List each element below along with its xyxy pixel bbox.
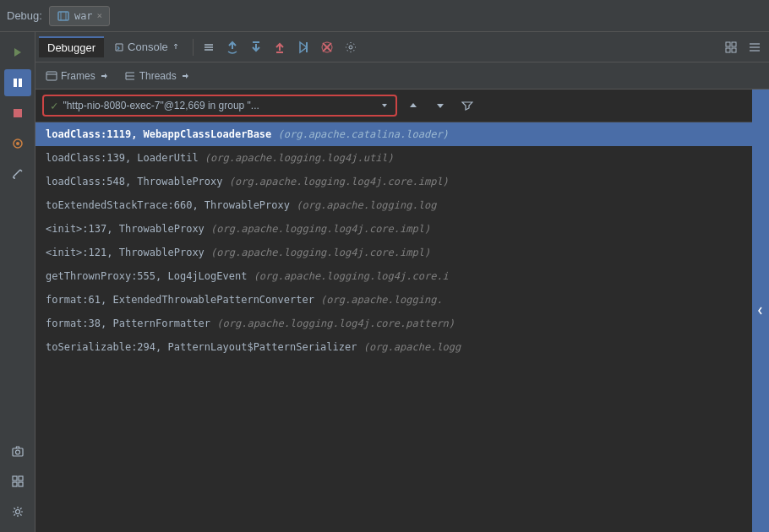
toolbar-row1: Debugger Console (35, 32, 769, 62)
toolbar-separator (193, 39, 194, 56)
filter-btn[interactable] (456, 95, 478, 117)
svg-point-28 (349, 46, 352, 49)
svg-line-8 (14, 170, 20, 176)
frame-class: (org.apache.logging.log4j.core.impl) (229, 176, 449, 187)
frame-item-2[interactable]: loadClass:139, LoaderUtil (org.apache.lo… (35, 146, 752, 170)
frames-btn[interactable]: Frames (39, 68, 114, 84)
step-over-btn[interactable] (221, 36, 243, 58)
pause-button[interactable] (4, 69, 31, 96)
frame-class: (org.apache.logging.log4j.core.pattern) (216, 318, 455, 329)
frame-method: <init>:121, ThrowableProxy (46, 247, 210, 258)
frame-class: (org.apache.logging. (320, 294, 443, 306)
frame-method: toExtendedStackTrace:660, ThrowableProxy (46, 199, 296, 211)
svg-rect-16 (13, 482, 17, 486)
frame-class: (org.apache.logging.log4j.util) (205, 152, 394, 164)
settings-button[interactable] (4, 498, 31, 525)
svg-rect-12 (13, 448, 23, 456)
svg-rect-29 (726, 42, 730, 46)
step-out-btn[interactable] (269, 36, 291, 58)
threads-arrow-icon (180, 72, 188, 80)
frame-method: toSerializable:294, PatternLayout$Patter… (46, 341, 363, 353)
war-tab-label: war (74, 10, 93, 22)
frame-item-3[interactable]: loadClass:548, ThrowableProxy (org.apach… (35, 170, 752, 193)
frame-method: loadClass:139, LoaderUtil (46, 152, 205, 164)
tab-console[interactable]: Console (106, 37, 188, 57)
frame-method: format:61, ExtendedThrowablePatternConve… (46, 294, 320, 306)
pin-icon (172, 43, 180, 52)
frame-class: (org.apache.logging.log4j.core.i (254, 270, 449, 282)
svg-line-9 (20, 170, 22, 171)
top-bar: Debug: war × (0, 0, 769, 32)
console-icon (114, 42, 124, 52)
thread-selector[interactable]: ✓ "http-nio-8080-exec-7"@12,669 in group… (42, 95, 397, 117)
thread-name: "http-nio-8080-exec-7"@12,669 in group "… (63, 100, 259, 111)
frame-item-7[interactable]: getThrownProxy:555, Log4jLogEvent (org.a… (35, 264, 752, 288)
step-into-btn[interactable] (245, 36, 267, 58)
frame-item-4[interactable]: toExtendedStackTrace:660, ThrowableProxy… (35, 193, 752, 217)
settings-icon-btn[interactable] (340, 36, 362, 58)
frames-list[interactable]: loadClass:1119, WebappClassLoaderBase (o… (35, 122, 752, 532)
threads-label: Threads (139, 70, 177, 82)
frame-class: (org.apache.logg (363, 341, 461, 353)
threads-btn[interactable]: Threads (117, 68, 195, 84)
svg-rect-5 (14, 109, 22, 117)
frame-method: loadClass:548, ThrowableProxy (46, 176, 229, 187)
mute-button[interactable] (4, 130, 31, 157)
thread-up-btn[interactable] (402, 95, 424, 117)
frame-item-10[interactable]: toSerializable:294, PatternLayout$Patter… (35, 335, 752, 359)
frame-class: (org.apache.logging.log4j.core.impl) (210, 223, 430, 235)
svg-point-7 (16, 142, 19, 145)
edit-button[interactable] (4, 160, 31, 187)
frames-label: Frames (61, 70, 95, 82)
svg-rect-3 (14, 79, 17, 87)
frame-method: <init>:137, ThrowableProxy (46, 223, 210, 235)
frame-method: getThrownProxy:555, Log4jLogEvent (46, 270, 254, 282)
layout-button[interactable] (4, 468, 31, 495)
svg-rect-0 (58, 12, 68, 20)
main-layout: Debugger Console (0, 32, 769, 532)
svg-rect-15 (19, 476, 23, 480)
svg-rect-32 (732, 48, 736, 52)
thread-check-icon: ✓ (51, 99, 57, 112)
svg-rect-14 (13, 476, 17, 480)
frame-class: (org.apache.logging.log4j.core.impl) (210, 247, 430, 258)
frame-class: (org.apache.catalina.loader) (278, 128, 449, 140)
stop-button[interactable] (4, 100, 31, 127)
svg-rect-31 (726, 48, 730, 52)
frames-icon (46, 70, 57, 82)
war-tab[interactable]: war × (49, 6, 110, 26)
debugger-tab-label: Debugger (47, 41, 95, 54)
right-panel-toggle[interactable] (752, 90, 769, 532)
console-tab-label: Console (128, 41, 168, 53)
frame-item-5[interactable]: <init>:137, ThrowableProxy (org.apache.l… (35, 217, 752, 241)
svg-rect-17 (19, 482, 23, 486)
eval-expression-btn[interactable] (316, 36, 338, 58)
debug-label: Debug: (7, 9, 42, 22)
list-view-btn[interactable] (744, 36, 766, 58)
frame-item-1[interactable]: loadClass:1119, WebappClassLoaderBase (o… (35, 122, 752, 146)
frame-item-6[interactable]: <init>:121, ThrowableProxy (org.apache.l… (35, 241, 752, 264)
threads-icon (124, 70, 136, 82)
frame-item-8[interactable]: format:61, ExtendedThrowablePatternConve… (35, 288, 752, 312)
run-to-cursor-btn[interactable] (292, 36, 314, 58)
svg-point-18 (15, 510, 19, 514)
close-icon[interactable]: × (97, 10, 103, 21)
camera-button[interactable] (4, 437, 31, 464)
frame-class: (org.apache.logging.log (296, 199, 436, 211)
resume-button[interactable] (4, 39, 31, 66)
svg-point-13 (15, 450, 19, 454)
thread-down-btn[interactable] (429, 95, 451, 117)
content-area: Debugger Console (35, 32, 769, 532)
dropdown-icon (380, 101, 389, 110)
war-icon (57, 9, 70, 23)
grid-view-btn[interactable] (720, 36, 742, 58)
menu-icon-btn[interactable] (198, 36, 220, 58)
frame-item-9[interactable]: format:38, PatternFormatter (org.apache.… (35, 312, 752, 335)
svg-rect-4 (19, 79, 22, 87)
frame-method: loadClass:1119, WebappClassLoaderBase (46, 128, 278, 140)
svg-rect-30 (732, 42, 736, 46)
sidebar (0, 32, 35, 532)
frames-arrow-icon (99, 72, 107, 80)
tab-debugger[interactable]: Debugger (39, 36, 104, 57)
thread-selector-row: ✓ "http-nio-8080-exec-7"@12,669 in group… (35, 90, 752, 122)
